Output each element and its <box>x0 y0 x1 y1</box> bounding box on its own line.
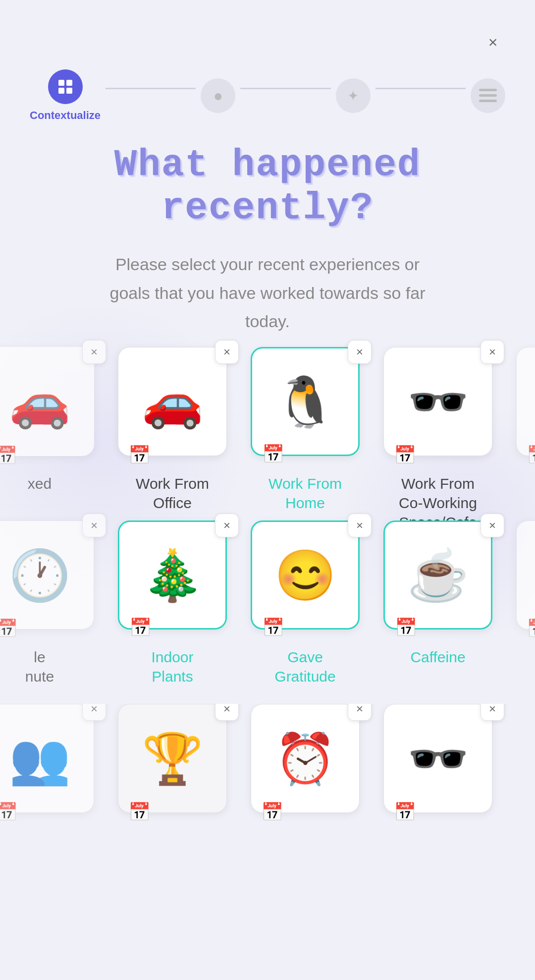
step-3[interactable]: ✦ <box>336 78 371 113</box>
card-mixed-calendar: 📅 <box>0 445 17 466</box>
card-caffeine-calendar: 📅 <box>395 617 417 638</box>
step-4[interactable] <box>471 78 505 113</box>
card-r3c2-emoji: 🏆 <box>142 734 204 783</box>
card-w-inner: 🌟 📅 <box>516 520 535 630</box>
card-wfh-label: Work FromHome <box>268 474 342 513</box>
step-2-icon: ● <box>201 78 235 113</box>
card-wfo-calendar: 📅 <box>128 445 151 465</box>
svg-rect-6 <box>479 100 497 102</box>
stepper: Contextualize ● ✦ <box>30 69 505 122</box>
card-wfo-label: Work FromOffice <box>136 474 209 513</box>
svg-rect-1 <box>66 80 72 86</box>
card-r3c1-dismiss[interactable]: × <box>82 704 106 721</box>
connector-3-4 <box>375 88 466 89</box>
card-indoor[interactable]: × 🎄 📅 IndoorPlants <box>113 520 232 686</box>
card-r3c3-dismiss[interactable]: × <box>348 704 372 721</box>
svg-rect-3 <box>66 88 72 94</box>
card-r3c4-emoji: 🕶️ <box>407 734 469 783</box>
card-gratitude-calendar: 📅 <box>262 617 284 638</box>
card-mixed-emoji: 🚗 <box>9 377 71 426</box>
card-gratitude-dismiss[interactable]: × <box>348 514 372 537</box>
card-some-label: lenute <box>25 647 54 686</box>
card-r3c2-calendar: 📅 <box>128 802 151 822</box>
card-caffeine-emoji: ☕ <box>407 550 469 600</box>
card-w-calendar: 📅 <box>527 618 535 639</box>
step-3-icon: ✦ <box>336 78 371 113</box>
card-caffeine-dismiss[interactable]: × <box>481 514 504 537</box>
step-1[interactable]: Contextualize <box>30 69 101 122</box>
step-1-label: Contextualize <box>30 109 101 122</box>
card-cowork-inner: 🕶️ 📅 <box>383 347 492 456</box>
card-mixed[interactable]: × 🚗 📅 xed <box>0 347 99 493</box>
card-green-calendar: 📅 <box>527 445 535 465</box>
page-container: × Contextualize ● ✦ <box>0 0 535 980</box>
card-wfh-inner: 🐧 📅 <box>251 347 360 456</box>
cards-row-2: × 🕐 📅 lenute × 🎄 📅 IndoorPlants × 😊 📅 Ga… <box>0 520 535 686</box>
card-some-emoji: 🕐 <box>9 550 71 600</box>
close-button[interactable]: × <box>481 30 505 55</box>
card-r3c2-dismiss[interactable]: × <box>215 704 239 721</box>
card-caffeine[interactable]: × ☕ 📅 Caffeine <box>378 520 497 667</box>
card-indoor-inner: 🎄 📅 <box>118 520 227 630</box>
card-r3c3-emoji: ⏰ <box>274 734 336 783</box>
card-indoor-label: IndoorPlants <box>151 647 193 686</box>
card-wfh-dismiss[interactable]: × <box>348 340 372 364</box>
card-w[interactable]: × 🌟 📅 W <box>511 520 535 667</box>
card-cowork-emoji: 🕶️ <box>407 377 469 426</box>
card-indoor-emoji: 🎄 <box>142 550 204 600</box>
card-wfo[interactable]: × 🚗 📅 Work FromOffice <box>113 347 232 513</box>
card-cowork-dismiss[interactable]: × <box>481 340 504 364</box>
card-wfo-inner: 🚗 📅 <box>118 347 227 456</box>
card-r3c1-calendar: 📅 <box>0 802 18 822</box>
card-green[interactable]: × 🌿 📅 Green <box>511 347 535 493</box>
card-wfh-calendar: 📅 <box>262 444 284 464</box>
connector-2-3 <box>240 88 330 89</box>
card-gratitude[interactable]: × 😊 📅 GaveGratitude <box>246 520 365 686</box>
card-some-inner: 🕐 📅 <box>0 520 94 630</box>
card-mixed-inner: 🚗 📅 <box>0 347 94 456</box>
card-indoor-calendar: 📅 <box>129 617 152 638</box>
card-indoor-dismiss[interactable]: × <box>215 514 239 537</box>
step-1-icon <box>48 69 83 104</box>
step-4-icon <box>471 78 505 113</box>
svg-rect-0 <box>58 80 64 86</box>
step-2[interactable]: ● <box>201 78 235 113</box>
card-caffeine-label: Caffeine <box>410 647 465 667</box>
svg-rect-4 <box>479 89 497 91</box>
card-wfo-dismiss[interactable]: × <box>215 340 239 364</box>
card-caffeine-inner: ☕ 📅 <box>383 520 492 630</box>
card-some-calendar: 📅 <box>0 618 18 639</box>
card-r3c3[interactable]: × ⏰ 📅 <box>246 704 365 813</box>
card-r3c4-inner: 🕶️ 📅 <box>383 704 492 813</box>
card-gratitude-emoji: 😊 <box>274 550 336 600</box>
heading-section: What happenedrecently? Please select you… <box>0 144 535 336</box>
card-cowork[interactable]: × 🕶️ 📅 Work FromCo-WorkingSpace/Cafe <box>378 347 497 532</box>
card-some[interactable]: × 🕐 📅 lenute <box>0 520 99 686</box>
card-wfh[interactable]: × 🐧 📅 Work FromHome <box>246 347 365 513</box>
card-r3c1-emoji: 👥 <box>9 734 71 783</box>
main-title: What happenedrecently? <box>30 144 505 231</box>
card-r3c3-inner: ⏰ 📅 <box>251 704 360 813</box>
svg-rect-5 <box>479 94 497 97</box>
card-some-dismiss[interactable]: × <box>82 514 106 537</box>
card-gratitude-inner: 😊 📅 <box>251 520 360 630</box>
card-wfo-emoji: 🚗 <box>142 377 204 426</box>
cards-row-3: × 👥 📅 × 🏆 📅 × ⏰ 📅 × 🕶️ <box>0 704 535 863</box>
svg-rect-2 <box>58 88 64 94</box>
card-r3c4-dismiss[interactable]: × <box>481 704 504 721</box>
connector-1-2 <box>106 88 196 89</box>
card-wfh-emoji: 🐧 <box>274 377 336 426</box>
card-mixed-label: xed <box>28 474 52 493</box>
card-gratitude-label: GaveGratitude <box>274 647 335 686</box>
card-r3c4[interactable]: × 🕶️ 📅 <box>378 704 497 813</box>
card-r3c3-calendar: 📅 <box>261 802 283 822</box>
card-r3c1-inner: 👥 📅 <box>0 704 94 813</box>
card-cowork-calendar: 📅 <box>394 445 416 465</box>
card-r3c1[interactable]: × 👥 📅 <box>0 704 99 813</box>
card-green-inner: 🌿 📅 <box>516 347 535 456</box>
card-r3c2[interactable]: × 🏆 📅 <box>113 704 232 813</box>
cards-row-1: × 🚗 📅 xed × 🚗 📅 Work FromOffice × 🐧 📅 Wo… <box>0 347 535 532</box>
card-mixed-dismiss[interactable]: × <box>82 340 106 364</box>
card-r3c4-calendar: 📅 <box>394 802 416 822</box>
card-r3c2-inner: 🏆 📅 <box>118 704 227 813</box>
